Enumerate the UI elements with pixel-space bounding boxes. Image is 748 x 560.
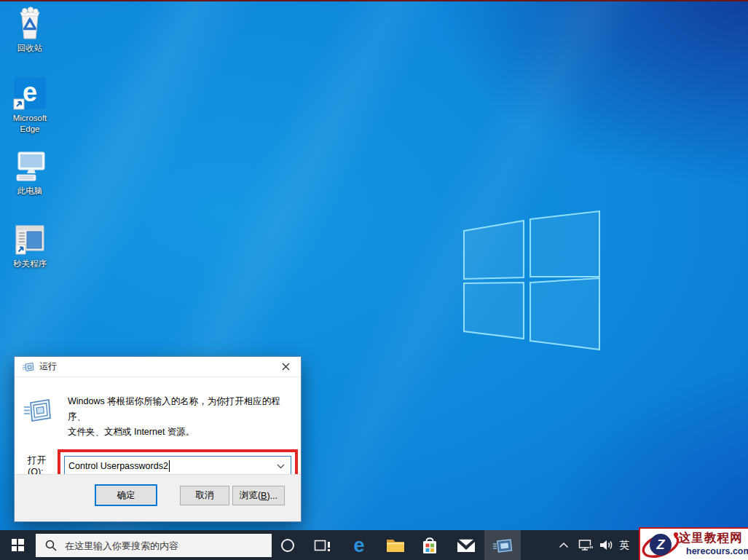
cortana-button[interactable] (271, 530, 304, 560)
task-view-button[interactable] (306, 530, 339, 560)
run-titlebar-icon (22, 361, 34, 372)
network-icon (578, 539, 594, 552)
browse-button[interactable]: 浏览(B)... (232, 486, 285, 505)
run-dialog-titlebar[interactable]: 运行 (15, 357, 301, 377)
edge-icon: e (350, 535, 369, 556)
cancel-button[interactable]: 取消 (180, 486, 229, 505)
desktop-icon-label: 此电脑 (17, 186, 43, 197)
desktop-icon-this-pc[interactable]: 此电脑 (5, 149, 55, 197)
watermark-logo-letter: Z (657, 537, 665, 553)
svg-text:e: e (23, 77, 37, 107)
desktop-icon-program-shortcut[interactable]: 秒关程序 (5, 221, 55, 269)
close-button[interactable] (270, 357, 301, 376)
run-command-combobox[interactable]: Control Userpasswords2 (64, 456, 291, 476)
wallpaper-windows-logo (460, 208, 602, 353)
store-icon (420, 535, 440, 556)
watermark-domain: herecours.com (686, 546, 748, 556)
mail-icon (456, 537, 476, 553)
search-icon (45, 540, 57, 551)
store-button[interactable] (413, 530, 446, 560)
taskbar-edge-button[interactable]: e (342, 530, 376, 560)
tray-volume-button[interactable] (597, 530, 616, 560)
desktop-icon-label: Microsoft Edge (5, 113, 55, 135)
mail-button[interactable] (449, 530, 483, 560)
run-dialog-description: Windows 将根据你所输入的名称，为你打开相应的程序、 文件夹、文档或 In… (68, 394, 294, 440)
run-dialog-title: 运行 (39, 360, 57, 373)
file-explorer-button[interactable] (379, 530, 412, 560)
volume-icon (599, 539, 614, 551)
search-input[interactable] (36, 534, 272, 557)
tray-network-button[interactable] (576, 530, 597, 560)
run-icon (23, 395, 52, 425)
screenshot-top-edge-line (0, 0, 748, 1)
edge-icon: e (12, 76, 47, 111)
recycle-bin-icon (12, 6, 47, 41)
cortana-icon (280, 538, 295, 553)
chevron-down-icon[interactable] (277, 464, 285, 469)
task-view-icon (314, 538, 331, 553)
taskbar-run-button[interactable] (484, 530, 521, 560)
windows-logo-icon (12, 539, 24, 551)
taskbar-search-box[interactable] (36, 534, 272, 557)
chevron-up-icon (559, 542, 569, 548)
desktop-icon-label: 回收站 (17, 43, 43, 54)
file-explorer-icon (385, 537, 406, 554)
tray-ime-indicator[interactable]: 英 (615, 530, 633, 560)
tray-show-hidden-button[interactable] (556, 530, 572, 560)
taskbar: e (0, 530, 748, 560)
start-button[interactable] (0, 530, 35, 560)
close-icon (282, 363, 290, 371)
ime-label: 英 (619, 539, 629, 552)
svg-text:e: e (353, 535, 364, 556)
watermark-badge: Z 这里教程网 herecours.com (639, 527, 748, 560)
watermark-logo: Z (650, 534, 672, 556)
desktop-icon-label: 秒关程序 (13, 259, 47, 269)
run-command-input[interactable]: Control Userpasswords2 (68, 461, 168, 471)
this-pc-icon (12, 149, 47, 184)
desktop-icon-recycle-bin[interactable]: 回收站 (5, 6, 55, 54)
program-window-icon (12, 221, 47, 256)
text-caret (169, 460, 170, 472)
watermark-title: 这里教程网 (679, 530, 748, 546)
ok-button[interactable]: 确定 (95, 484, 157, 506)
run-dialog-footer: 确定 取消 浏览(B)... (15, 474, 301, 521)
run-dialog-body: Windows 将根据你所输入的名称，为你打开相应的程序、 文件夹、文档或 In… (15, 377, 301, 475)
desktop-screen: 回收站 e Microsoft Edge 此电脑 (0, 0, 748, 560)
run-dialog-window: 运行 Windows 将根据你所输入的名称，为你打开相应的程序、 文件夹、文档或… (14, 356, 302, 522)
run-window-icon (492, 537, 513, 554)
desktop-icon-microsoft-edge[interactable]: e Microsoft Edge (5, 76, 55, 135)
